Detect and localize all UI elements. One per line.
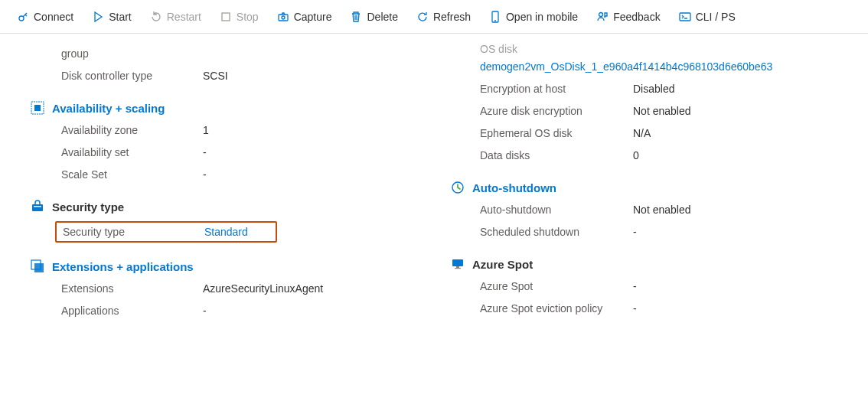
section-security: Security type [31, 200, 419, 214]
section-availability: Availability + scaling [31, 101, 419, 115]
row-extensions: Extensions AzureSecurityLinuxAgent [61, 281, 419, 297]
section-extensions: Extensions + applications [31, 259, 419, 273]
connect-label: Connect [34, 11, 73, 23]
connect-button[interactable]: Connect [9, 8, 81, 26]
stop-icon [220, 11, 232, 23]
section-azure-spot: Azure Spot [451, 257, 868, 271]
label-disk-controller: Disk controller type [61, 68, 203, 84]
refresh-button[interactable]: Refresh [409, 8, 478, 26]
row-group-partial: group [61, 46, 419, 62]
feedback-icon [596, 11, 609, 23]
mobile-icon [489, 11, 501, 23]
row-data-disks: Data disks 0 [480, 148, 868, 164]
cli-ps-label: CLI / PS [696, 11, 736, 23]
refresh-icon [416, 11, 429, 23]
section-auto-shutdown: Auto-shutdown [451, 181, 868, 194]
security-title: Security type [52, 200, 124, 214]
left-column: group Disk controller type SCSI Availabi… [31, 34, 419, 325]
row-os-disk: demogen2vm_OsDisk_1_e960a4f1414b4c968103… [480, 59, 868, 75]
svg-rect-11 [34, 206, 41, 207]
svg-rect-2 [279, 15, 288, 21]
row-azure-spot: Azure Spot - [480, 279, 868, 295]
right-column: OS disk demogen2vm_OsDisk_1_e960a4f1414b… [449, 34, 868, 325]
delete-label: Delete [367, 11, 397, 23]
refresh-label: Refresh [433, 11, 471, 23]
svg-rect-1 [222, 13, 230, 21]
capture-icon [277, 11, 289, 23]
value-os-disk[interactable]: demogen2vm_OsDisk_1_e960a4f1414b4c968103… [480, 59, 772, 75]
svg-point-6 [599, 12, 603, 16]
monitor-icon [451, 257, 465, 271]
row-scheduled-shutdown: Scheduled shutdown - [480, 224, 868, 240]
stop-label: Stop [237, 11, 259, 23]
clock-icon [451, 181, 465, 194]
security-icon [31, 200, 44, 214]
svg-rect-17 [455, 268, 461, 269]
restart-label: Restart [167, 11, 201, 23]
row-availability-zone: Availability zone 1 [61, 122, 419, 139]
svg-rect-15 [452, 259, 463, 266]
restart-icon [150, 11, 162, 23]
start-button[interactable]: Start [84, 8, 139, 26]
row-azure-disk-encryption: Azure disk encryption Not enabled [480, 103, 868, 119]
delete-button[interactable]: Delete [342, 8, 405, 26]
svg-rect-16 [456, 266, 459, 268]
stop-button: Stop [212, 8, 266, 26]
auto-shutdown-title[interactable]: Auto-shutdown [472, 181, 556, 194]
properties-content: group Disk controller type SCSI Availabi… [0, 34, 868, 325]
svg-rect-9 [34, 105, 41, 111]
svg-rect-7 [680, 13, 690, 21]
svg-rect-10 [32, 204, 43, 211]
row-applications: Applications - [61, 303, 419, 319]
value-disk-controller: SCSI [203, 68, 228, 84]
row-availability-set: Availability set - [61, 145, 419, 161]
row-disk-controller-type: Disk controller type SCSI [61, 68, 419, 84]
start-label: Start [109, 11, 132, 23]
cli-ps-button[interactable]: CLI / PS [671, 8, 743, 26]
feedback-label: Feedback [613, 11, 660, 23]
feedback-button[interactable]: Feedback [589, 8, 667, 26]
capture-button[interactable]: Capture [269, 8, 340, 26]
availability-icon [31, 101, 44, 115]
highlighted-security-type: Security type Standard [55, 221, 277, 243]
open-mobile-label: Open in mobile [506, 11, 578, 23]
label-group: group [61, 46, 203, 62]
start-icon [92, 11, 104, 23]
row-azure-spot-eviction: Azure Spot eviction policy - [480, 301, 868, 317]
row-scale-set: Scale Set - [61, 167, 419, 183]
value-security-type[interactable]: Standard [204, 226, 248, 238]
row-os-disk-partial-label: OS disk [480, 41, 868, 57]
cli-icon [679, 11, 691, 23]
delete-icon [350, 11, 362, 23]
restart-button: Restart [142, 8, 209, 26]
connect-icon [17, 11, 29, 23]
capture-label: Capture [294, 11, 332, 23]
open-mobile-button[interactable]: Open in mobile [481, 8, 586, 26]
extensions-icon [31, 259, 44, 273]
svg-point-3 [282, 16, 285, 19]
svg-rect-13 [34, 263, 44, 272]
row-ephemeral-os-disk: Ephemeral OS disk N/A [480, 126, 868, 142]
extensions-title[interactable]: Extensions + applications [52, 260, 194, 273]
command-bar: Connect Start Restart Stop Capture Delet… [0, 0, 868, 34]
row-encryption-host: Encryption at host Disabled [480, 81, 868, 97]
row-auto-shutdown: Auto-shutdown Not enabled [480, 202, 868, 218]
availability-title[interactable]: Availability + scaling [52, 102, 165, 115]
azure-spot-title: Azure Spot [472, 258, 533, 271]
